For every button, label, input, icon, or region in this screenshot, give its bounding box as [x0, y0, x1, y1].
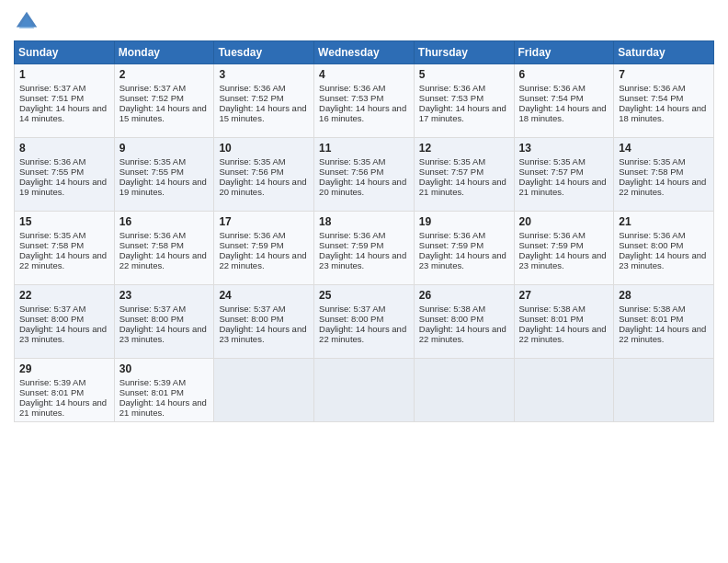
daylight-text: Daylight: 14 hours and 23 minutes.	[119, 324, 210, 344]
calendar-cell: 1Sunrise: 5:37 AMSunset: 7:51 PMDaylight…	[15, 64, 115, 138]
sunrise-text: Sunrise: 5:37 AM	[19, 304, 109, 314]
sunset-text: Sunset: 8:00 PM	[619, 240, 709, 250]
calendar-cell: 8Sunrise: 5:36 AMSunset: 7:55 PMDaylight…	[15, 138, 115, 212]
day-number: 16	[119, 215, 210, 228]
calendar-cell: 5Sunrise: 5:36 AMSunset: 7:53 PMDaylight…	[414, 64, 514, 138]
sunset-text: Sunset: 8:01 PM	[119, 387, 210, 397]
sunset-text: Sunset: 7:58 PM	[619, 167, 709, 177]
day-number: 26	[419, 289, 509, 302]
calendar-header-row: SundayMondayTuesdayWednesdayThursdayFrid…	[15, 41, 714, 64]
sunset-text: Sunset: 7:59 PM	[219, 240, 309, 250]
sunset-text: Sunset: 8:01 PM	[519, 314, 609, 324]
sunrise-text: Sunrise: 5:38 AM	[619, 304, 709, 314]
calendar-cell: 11Sunrise: 5:35 AMSunset: 7:56 PMDayligh…	[314, 138, 415, 212]
day-number: 27	[519, 289, 609, 302]
col-header-saturday: Saturday	[614, 41, 714, 64]
sunset-text: Sunset: 7:58 PM	[119, 240, 210, 250]
day-number: 19	[419, 215, 509, 228]
sunrise-text: Sunrise: 5:36 AM	[519, 230, 609, 240]
sunset-text: Sunset: 7:53 PM	[419, 93, 509, 103]
sunrise-text: Sunrise: 5:38 AM	[519, 304, 609, 314]
calendar-cell: 24Sunrise: 5:37 AMSunset: 8:00 PMDayligh…	[214, 285, 314, 359]
calendar-cell: 3Sunrise: 5:36 AMSunset: 7:52 PMDaylight…	[214, 64, 314, 138]
calendar-cell: 22Sunrise: 5:37 AMSunset: 8:00 PMDayligh…	[15, 285, 115, 359]
sunrise-text: Sunrise: 5:36 AM	[19, 156, 109, 167]
calendar-cell	[614, 359, 714, 422]
calendar-cell: 12Sunrise: 5:35 AMSunset: 7:57 PMDayligh…	[414, 138, 514, 212]
calendar-cell: 7Sunrise: 5:36 AMSunset: 7:54 PMDaylight…	[614, 64, 714, 138]
calendar-cell: 29Sunrise: 5:39 AMSunset: 8:01 PMDayligh…	[15, 359, 115, 422]
daylight-text: Daylight: 14 hours and 22 minutes.	[519, 324, 609, 344]
daylight-text: Daylight: 14 hours and 23 minutes.	[19, 324, 109, 344]
sunrise-text: Sunrise: 5:39 AM	[119, 377, 210, 387]
header	[14, 9, 714, 35]
sunset-text: Sunset: 7:56 PM	[319, 167, 409, 177]
day-number: 22	[19, 289, 109, 302]
sunset-text: Sunset: 7:59 PM	[319, 240, 409, 250]
daylight-text: Daylight: 14 hours and 17 minutes.	[419, 103, 509, 123]
sunset-text: Sunset: 7:55 PM	[119, 167, 210, 177]
daylight-text: Daylight: 14 hours and 21 minutes.	[419, 177, 509, 197]
sunrise-text: Sunrise: 5:36 AM	[619, 83, 709, 93]
day-number: 6	[519, 68, 609, 81]
daylight-text: Daylight: 14 hours and 23 minutes.	[319, 250, 409, 270]
calendar-cell: 4Sunrise: 5:36 AMSunset: 7:53 PMDaylight…	[314, 64, 415, 138]
sunset-text: Sunset: 7:59 PM	[519, 240, 609, 250]
calendar-cell: 20Sunrise: 5:36 AMSunset: 7:59 PMDayligh…	[514, 212, 614, 285]
calendar-cell: 30Sunrise: 5:39 AMSunset: 8:01 PMDayligh…	[114, 359, 214, 422]
calendar-week-4: 29Sunrise: 5:39 AMSunset: 8:01 PMDayligh…	[15, 359, 714, 422]
calendar-week-0: 1Sunrise: 5:37 AMSunset: 7:51 PMDaylight…	[15, 64, 714, 138]
calendar: SundayMondayTuesdayWednesdayThursdayFrid…	[14, 40, 714, 422]
sunset-text: Sunset: 7:58 PM	[19, 240, 109, 250]
sunrise-text: Sunrise: 5:36 AM	[419, 230, 509, 240]
sunrise-text: Sunrise: 5:36 AM	[619, 230, 709, 240]
daylight-text: Daylight: 14 hours and 22 minutes.	[419, 324, 509, 344]
sunrise-text: Sunrise: 5:35 AM	[19, 230, 109, 240]
day-number: 21	[619, 215, 709, 228]
sunrise-text: Sunrise: 5:36 AM	[219, 83, 309, 93]
day-number: 8	[19, 142, 109, 155]
sunset-text: Sunset: 7:52 PM	[219, 93, 309, 103]
calendar-cell	[214, 359, 314, 422]
calendar-cell: 26Sunrise: 5:38 AMSunset: 8:00 PMDayligh…	[414, 285, 514, 359]
sunrise-text: Sunrise: 5:39 AM	[19, 377, 109, 387]
daylight-text: Daylight: 14 hours and 22 minutes.	[219, 250, 309, 270]
day-number: 28	[619, 289, 709, 302]
col-header-sunday: Sunday	[15, 41, 115, 64]
sunset-text: Sunset: 7:56 PM	[219, 167, 309, 177]
daylight-text: Daylight: 14 hours and 15 minutes.	[119, 103, 210, 123]
calendar-cell: 23Sunrise: 5:37 AMSunset: 8:00 PMDayligh…	[114, 285, 214, 359]
sunrise-text: Sunrise: 5:37 AM	[119, 83, 210, 93]
sunset-text: Sunset: 7:51 PM	[19, 93, 109, 103]
daylight-text: Daylight: 14 hours and 22 minutes.	[319, 324, 409, 344]
col-header-wednesday: Wednesday	[314, 41, 415, 64]
day-number: 20	[519, 215, 609, 228]
daylight-text: Daylight: 14 hours and 20 minutes.	[319, 177, 409, 197]
calendar-cell	[514, 359, 614, 422]
col-header-friday: Friday	[514, 41, 614, 64]
sunrise-text: Sunrise: 5:35 AM	[619, 156, 709, 167]
day-number: 18	[319, 215, 409, 228]
daylight-text: Daylight: 14 hours and 22 minutes.	[19, 250, 109, 270]
sunset-text: Sunset: 7:54 PM	[519, 93, 609, 103]
calendar-cell: 25Sunrise: 5:37 AMSunset: 8:00 PMDayligh…	[314, 285, 415, 359]
sunset-text: Sunset: 7:52 PM	[119, 93, 210, 103]
sunset-text: Sunset: 7:57 PM	[519, 167, 609, 177]
calendar-cell: 27Sunrise: 5:38 AMSunset: 8:01 PMDayligh…	[514, 285, 614, 359]
sunrise-text: Sunrise: 5:35 AM	[219, 156, 309, 167]
daylight-text: Daylight: 14 hours and 23 minutes.	[219, 324, 309, 344]
calendar-week-3: 22Sunrise: 5:37 AMSunset: 8:00 PMDayligh…	[15, 285, 714, 359]
calendar-cell: 9Sunrise: 5:35 AMSunset: 7:55 PMDaylight…	[114, 138, 214, 212]
sunset-text: Sunset: 8:00 PM	[219, 314, 309, 324]
sunrise-text: Sunrise: 5:37 AM	[319, 304, 409, 314]
day-number: 24	[219, 289, 309, 302]
sunrise-text: Sunrise: 5:36 AM	[319, 83, 409, 93]
sunrise-text: Sunrise: 5:37 AM	[119, 304, 210, 314]
sunset-text: Sunset: 7:54 PM	[619, 93, 709, 103]
calendar-cell: 14Sunrise: 5:35 AMSunset: 7:58 PMDayligh…	[614, 138, 714, 212]
calendar-cell: 15Sunrise: 5:35 AMSunset: 7:58 PMDayligh…	[15, 212, 115, 285]
col-header-thursday: Thursday	[414, 41, 514, 64]
sunrise-text: Sunrise: 5:36 AM	[219, 230, 309, 240]
col-header-monday: Monday	[114, 41, 214, 64]
daylight-text: Daylight: 14 hours and 21 minutes.	[19, 397, 109, 418]
